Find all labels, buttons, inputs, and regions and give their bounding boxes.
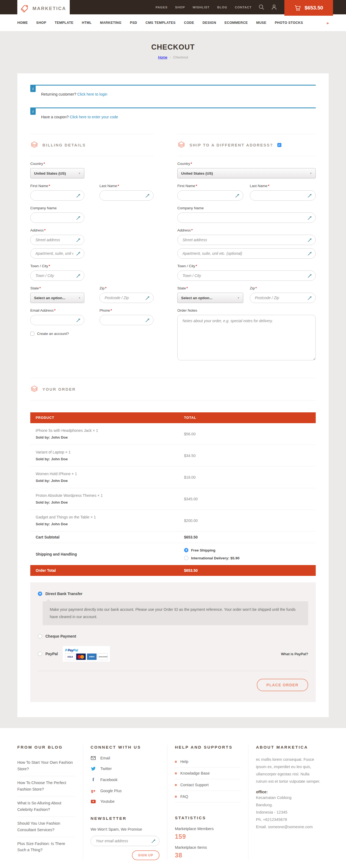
menu-psd[interactable]: PSD <box>130 21 137 25</box>
product-name: Variant of Laptop × 1 <box>36 450 184 454</box>
required-mark: * <box>186 286 188 290</box>
shipping-zip-input[interactable] <box>250 293 315 303</box>
top-nav-blog[interactable]: BLOG <box>217 6 227 9</box>
layers-icon <box>30 141 38 149</box>
menu-cms-templates[interactable]: CMS TEMPLATES <box>145 21 175 25</box>
shipping-state-select[interactable]: Select an option... ▼ <box>177 293 243 303</box>
shipping-column: SHIP TO A DIFFERENT ADDRESS? ✓ Country* … <box>177 134 316 361</box>
menu-ecommerce[interactable]: ECOMMERCE <box>224 21 248 25</box>
chevron-down-icon: ▼ <box>310 172 312 175</box>
notice-text: Have a coupon? <box>41 115 69 119</box>
shipping-company-input[interactable] <box>178 213 315 222</box>
contact-support-link[interactable]: Contact Support <box>175 779 241 791</box>
blog-link[interactable]: What is So Alluring About Celebrity Fash… <box>17 797 75 817</box>
search-icon[interactable] <box>259 4 264 10</box>
menu-code[interactable]: CODE <box>184 21 194 25</box>
menu-template[interactable]: TEMPLATE <box>55 21 73 25</box>
cart-button[interactable]: $653.50 <box>284 0 333 16</box>
shipping-last-name-input[interactable] <box>250 191 315 200</box>
radio-selected-icon[interactable] <box>38 592 42 596</box>
footer-blog-title: FROM OUR BLOG <box>17 745 75 749</box>
ship-different-checkbox[interactable]: ✓ <box>277 143 281 147</box>
first-name-label: First Name* <box>177 184 243 188</box>
blog-link[interactable]: Plus Size Fashion: Is There Such a Thing… <box>17 837 75 857</box>
office-phone: Ph. +6212345678 <box>256 816 321 823</box>
billing-country-select[interactable]: United States (US) ▼ <box>30 168 84 179</box>
coupon-link[interactable]: Click here to enter your code <box>70 115 118 119</box>
user-account-icon[interactable] <box>271 4 277 10</box>
breadcrumb-home[interactable]: Home <box>158 55 167 59</box>
discover-card-icon: ● DISCOVER <box>98 653 108 660</box>
visa-card-icon: VISA <box>65 653 75 660</box>
menu-photo-stocks[interactable]: PHOTO STOCKS <box>275 21 303 25</box>
blog-link[interactable]: Should You Use Fashion Consultant Servic… <box>17 817 75 837</box>
top-nav-shop[interactable]: SHOP <box>175 6 185 9</box>
radio-selected-icon[interactable] <box>184 548 188 552</box>
shipping-town-input[interactable] <box>178 271 315 280</box>
what-is-paypal-link[interactable]: What is PayPal? <box>281 652 308 656</box>
selected-state: Select an option... <box>181 296 212 300</box>
order-total-label: Order Total <box>36 568 184 572</box>
cheque-payment-option[interactable]: Cheque Payment <box>38 634 308 639</box>
coupon-notice: i Have a coupon? Click here to enter you… <box>30 107 316 127</box>
billing-state-select[interactable]: Select an option... ▼ <box>30 293 84 303</box>
order-notes-textarea[interactable] <box>177 315 316 360</box>
product-total: $345.00 <box>184 493 310 504</box>
menu-muse[interactable]: MUSE <box>256 21 267 25</box>
shipping-first-name-input[interactable] <box>178 191 243 200</box>
blog-link[interactable]: How To Start Your Own Fashion Store? <box>17 756 75 776</box>
faq-link[interactable]: FAQ <box>175 791 241 803</box>
bank-transfer-option[interactable]: Direct Bank Transfer <box>38 592 308 596</box>
top-nav-contact[interactable]: CONTACT <box>235 6 252 9</box>
place-order-button[interactable]: PLACE ORDER <box>257 679 308 691</box>
social-facebook-link[interactable]: f Facebook <box>91 777 160 782</box>
menu-html[interactable]: HTML <box>82 21 92 25</box>
newsletter-signup-button[interactable]: SIGN UP <box>132 850 160 860</box>
social-email-link[interactable]: Email <box>91 756 160 760</box>
top-nav-wishlist[interactable]: WISHLIST <box>193 6 209 9</box>
create-account-row: Create an account? <box>30 332 153 336</box>
state-label: State* <box>30 286 84 290</box>
menu-shop[interactable]: SHOP <box>36 21 46 25</box>
menu-design[interactable]: DESIGN <box>203 21 216 25</box>
menu-marketing[interactable]: MARKETING <box>100 21 122 25</box>
blog-link[interactable]: How To Choose The Perfect Fashion Store? <box>17 776 75 797</box>
create-account-checkbox[interactable] <box>30 332 34 336</box>
social-google-plus-link[interactable]: g+ Google Plus <box>91 789 160 793</box>
required-mark: * <box>44 228 46 232</box>
radio-icon[interactable] <box>38 652 42 656</box>
about-text: ec mollis lorem consequat. Fusce ipsum e… <box>256 756 321 785</box>
shipping-apartment-input[interactable] <box>178 249 315 258</box>
autofill-icon <box>307 274 312 278</box>
newsletter-email-input[interactable] <box>91 836 159 846</box>
knowledge-base-link[interactable]: Knowladge Base <box>175 768 241 779</box>
layers-icon <box>177 141 185 149</box>
menu-home[interactable]: HOME <box>17 21 28 25</box>
email-icon <box>91 756 96 760</box>
shipping-street-input[interactable] <box>178 235 315 245</box>
google-plus-icon: g+ <box>91 789 96 793</box>
required-mark: * <box>196 264 197 268</box>
free-shipping-label: Free Shipping <box>191 548 215 552</box>
international-delivery-option[interactable]: International Delivery: $5.90 <box>184 556 310 560</box>
product-column-header: PRODUCT <box>36 416 184 420</box>
price-tag-icon <box>21 5 30 13</box>
footer-about-column: ABOUT MARKETICA ec mollis lorem consequa… <box>248 745 329 860</box>
product-name: Women Hold IPhone × 1 <box>36 472 184 476</box>
autofill-icon <box>145 318 150 322</box>
login-link[interactable]: Click here to login <box>77 92 107 96</box>
help-link[interactable]: Help <box>175 756 241 768</box>
paypal-option[interactable]: PayPal PPayPal VISA AMEX ● DISCOVER What… <box>38 646 308 662</box>
product-name: Gadget and Things on the Table × 1 <box>36 515 184 519</box>
selected-country: United States (US) <box>34 172 66 176</box>
social-youtube-link[interactable]: Youtube <box>91 799 160 804</box>
menu-more-icon[interactable]: » <box>326 21 329 25</box>
shipping-country-select[interactable]: United States (US) ▼ <box>177 168 316 179</box>
radio-icon[interactable] <box>38 634 42 639</box>
top-nav-pages[interactable]: PAGES <box>155 6 167 9</box>
social-twitter-link[interactable]: Twitter <box>91 767 160 771</box>
free-shipping-option[interactable]: Free Shipping <box>184 548 310 552</box>
radio-icon[interactable] <box>184 556 188 560</box>
breadcrumb: Home › Checkout <box>0 55 346 59</box>
brand-logo[interactable]: MARKETICA <box>17 0 70 17</box>
